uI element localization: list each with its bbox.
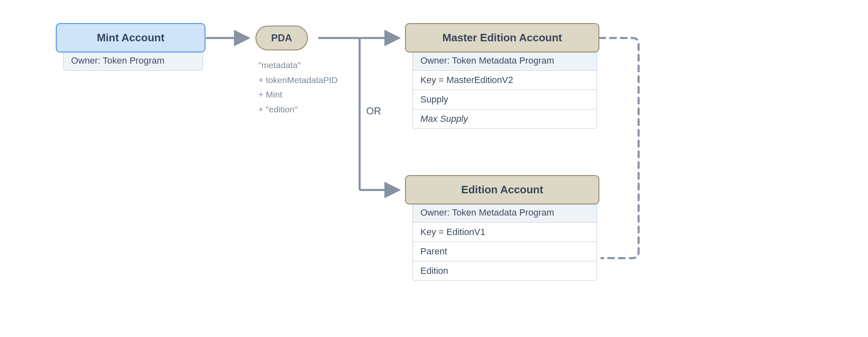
pda-seed-pid: + tokenMetadataPID <box>258 73 338 88</box>
or-label: OR <box>366 105 381 117</box>
master-supply-row: Supply <box>413 90 597 109</box>
edition-owner-row: Owner: Token Metadata Program <box>413 203 597 223</box>
master-edition-title: Master Edition Account <box>405 23 599 52</box>
master-edition-node: Master Edition Account Owner: Token Meta… <box>405 23 599 129</box>
pda-seed-list: "metadata" + tokenMetadataPID + Mint + "… <box>258 58 338 117</box>
pda-seed-mint: + Mint <box>258 87 338 102</box>
pda-seed-metadata: "metadata" <box>258 58 338 73</box>
master-key-row: Key = MasterEditionV2 <box>413 70 597 90</box>
edition-title: Edition Account <box>405 175 599 204</box>
edition-edition-row: Edition <box>413 261 597 281</box>
edition-parent-row: Parent <box>413 242 597 261</box>
master-maxsupply-row: Max Supply <box>413 109 597 129</box>
mint-account-title: Mint Account <box>56 23 205 52</box>
edition-node: Edition Account Owner: Token Metadata Pr… <box>405 175 599 281</box>
edition-key-row: Key = EditionV1 <box>413 222 597 242</box>
mint-owner-row: Owner: Token Program <box>63 51 203 71</box>
pda-pill: PDA <box>255 26 308 50</box>
master-owner-row: Owner: Token Metadata Program <box>413 51 597 71</box>
pda-seed-edition: + "edition" <box>258 102 338 117</box>
mint-account-node: Mint Account Owner: Token Program <box>56 23 205 71</box>
